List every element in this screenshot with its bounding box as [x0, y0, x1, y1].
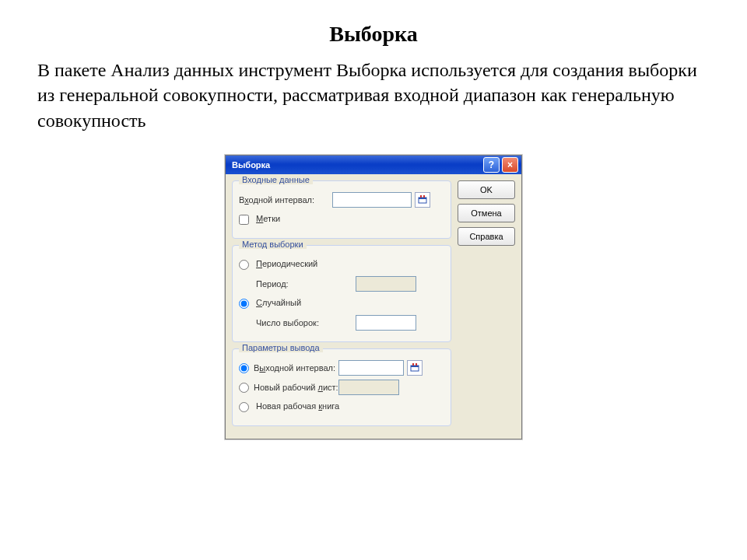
periodic-radio[interactable] [239, 260, 249, 270]
sample-count-label: Число выборок: [239, 318, 356, 327]
random-radio-label: Случайный [256, 298, 301, 307]
method-group: Метод выборки Периодический Период: [232, 245, 451, 342]
periodic-radio-label: Периодический [256, 259, 317, 268]
range-picker-icon[interactable] [407, 360, 423, 376]
labels-checkbox-label: Метки [256, 214, 280, 223]
svg-rect-5 [411, 366, 419, 367]
output-group: Параметры вывода Выходной интервал: [232, 348, 451, 426]
help-icon[interactable]: ? [483, 157, 500, 173]
new-sheet-field [338, 380, 399, 395]
page-body-text: В пакете Анализ данных инструмент Выборк… [0, 58, 747, 133]
svg-rect-6 [412, 363, 414, 366]
input-range-field[interactable] [332, 192, 412, 208]
page-title: Выборка [0, 22, 747, 47]
new-book-row[interactable]: Новая рабочая книга [239, 401, 339, 412]
svg-rect-3 [423, 195, 425, 198]
period-field [356, 276, 416, 292]
period-label: Период: [239, 279, 356, 289]
sample-count-field[interactable] [356, 315, 416, 331]
sampling-dialog: Выборка ? × Входные данные Входной интер… [225, 155, 522, 439]
input-data-legend: Входные данные [239, 175, 313, 184]
help-button[interactable]: Справка [458, 227, 515, 246]
svg-rect-7 [416, 363, 417, 366]
svg-rect-1 [419, 198, 426, 199]
method-legend: Метод выборки [239, 240, 307, 249]
output-range-row[interactable]: Выходной интервал: [239, 363, 338, 373]
random-radio[interactable] [239, 299, 249, 309]
new-sheet-label: Новый рабочий лист: [254, 383, 338, 392]
output-range-radio[interactable] [239, 363, 249, 373]
ok-button[interactable]: OK [458, 180, 515, 199]
random-radio-row[interactable]: Случайный [239, 298, 301, 309]
new-book-label: Новая рабочая книга [256, 401, 339, 411]
periodic-radio-row[interactable]: Периодический [239, 259, 317, 270]
new-sheet-radio[interactable] [239, 383, 249, 393]
new-book-radio[interactable] [239, 402, 249, 412]
output-legend: Параметры вывода [239, 343, 323, 352]
input-data-group: Входные данные Входной интервал: [232, 180, 451, 239]
range-picker-icon[interactable] [415, 192, 430, 208]
output-range-field[interactable] [338, 360, 404, 376]
labels-checkbox[interactable] [239, 215, 249, 225]
dialog-title: Выборка [232, 160, 270, 170]
dialog-titlebar[interactable]: Выборка ? × [226, 156, 521, 174]
new-sheet-row[interactable]: Новый рабочий лист: [239, 383, 338, 393]
svg-rect-2 [420, 195, 422, 198]
input-range-label: Входной интервал: [239, 195, 332, 205]
output-range-label: Выходной интервал: [254, 363, 335, 373]
cancel-button[interactable]: Отмена [458, 204, 515, 222]
labels-checkbox-row[interactable]: Метки [239, 214, 280, 225]
close-icon[interactable]: × [502, 157, 518, 173]
